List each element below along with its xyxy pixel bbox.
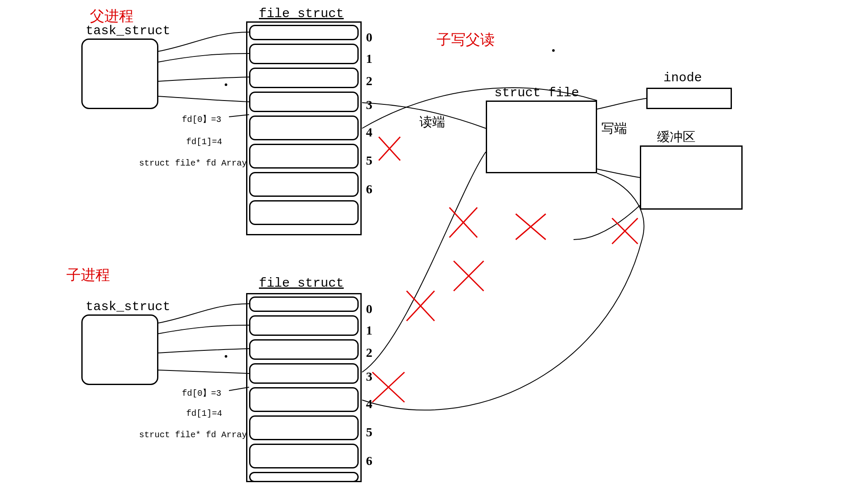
xmark-3 [516, 214, 546, 240]
conn-parent-3 [158, 96, 249, 102]
xmark-5 [407, 291, 434, 321]
inode-label: inode [663, 71, 702, 85]
child-fd1-label: fd[1]=4 [186, 409, 222, 418]
parent-fd-slot-4 [249, 116, 359, 140]
child-fd-slot-0 [249, 296, 359, 312]
child-fd-slot-5 [249, 415, 359, 440]
conn-parent-2 [158, 77, 249, 81]
parent-fd0-label: fd[0】=3 [182, 113, 221, 125]
child-fd-index-6: 6 [366, 453, 372, 468]
parent-fd-slot-7 [249, 200, 359, 225]
dot-mark [552, 49, 555, 52]
child-fd-array-label: struct file* fd Array [139, 430, 247, 440]
child-fd-slot-1 [249, 315, 359, 336]
write-end-label: 写端 [601, 120, 627, 137]
conn-child-1 [158, 325, 249, 334]
inode-box [646, 88, 732, 109]
parent-fd-slot-6 [249, 172, 359, 197]
child-fd0-label: fd[0】=3 [182, 387, 221, 399]
child-file-struct-label: file_struct [259, 276, 344, 290]
child-fd-index-5: 5 [366, 425, 372, 439]
parent-fd-slot-0 [249, 25, 359, 40]
child-fd-index-1: 1 [366, 323, 372, 338]
child-fd-slot-6 [249, 444, 359, 468]
xmark-4 [612, 218, 638, 244]
child-fd-index-4: 4 [366, 397, 372, 411]
conn-buffer-extra [574, 205, 640, 240]
conn-child-0 [158, 304, 249, 323]
buffer-label: 缓冲区 [657, 128, 696, 146]
conn-structfile-buffer [597, 169, 640, 178]
parent-task-struct-label: task_struct [86, 24, 170, 38]
conn-structfile-inode [597, 98, 646, 109]
xmark-6 [454, 261, 484, 291]
child-process-label: 子进程 [66, 265, 110, 285]
parent-fd-slot-3 [249, 92, 359, 112]
parent-fd-index-0: 0 [366, 30, 372, 44]
buffer-box [640, 145, 743, 210]
child-writes-parent-reads-label: 子写父读 [437, 30, 495, 50]
parent-fd-index-6: 6 [366, 182, 372, 196]
conn-parent-0 [158, 32, 249, 51]
small-dash-child [225, 355, 227, 358]
child-fd-index-3: 3 [366, 369, 372, 384]
conn-child-fd4-write [362, 173, 644, 410]
read-end-label: 读端 [419, 113, 445, 131]
parent-fd-slot-2 [249, 68, 359, 88]
xmark-7 [372, 372, 404, 402]
struct-file-label: struct file [494, 86, 579, 100]
parent-fd-slot-5 [249, 144, 359, 169]
parent-fd-array-label: struct file* fd Array [139, 158, 247, 168]
child-fd-index-0: 0 [366, 302, 372, 316]
small-dash-parent [225, 83, 227, 86]
child-fd-slot-3 [249, 363, 359, 384]
child-fd-index-2: 2 [366, 345, 372, 360]
child-fd-slot-7 [249, 472, 359, 482]
child-fd-slot-2 [249, 339, 359, 360]
parent-fd-index-3: 3 [366, 98, 372, 112]
struct-file-box [486, 101, 597, 173]
parent-fd-index-5: 5 [366, 153, 372, 168]
parent-fd-index-2: 2 [366, 74, 372, 88]
conn-parent-1 [158, 53, 249, 62]
child-task-struct-box [81, 314, 158, 385]
xmark-1 [379, 137, 400, 160]
parent-task-struct-box [81, 39, 158, 109]
parent-file-struct-label: file_struct [259, 6, 344, 21]
conn-child-3 [158, 370, 249, 373]
parent-fd-index-4: 4 [366, 125, 372, 139]
parent-fd1-label: fd[1]=4 [186, 137, 222, 147]
parent-fd-index-1: 1 [366, 51, 372, 66]
conn-child-fd3-read [362, 152, 486, 372]
conn-child-2 [158, 349, 249, 353]
child-fd-slot-4 [249, 387, 359, 412]
child-task-struct-label: task_struct [86, 299, 170, 314]
xmark-2 [449, 207, 477, 237]
parent-fd-slot-1 [249, 44, 359, 64]
